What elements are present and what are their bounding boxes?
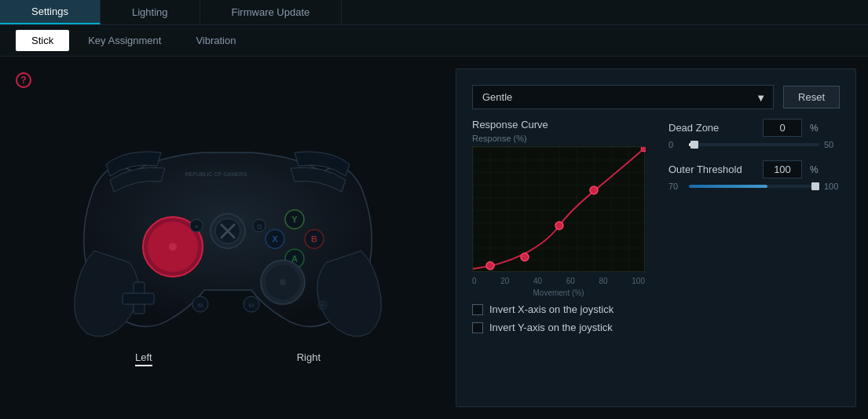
invert-x-checkbox[interactable]: Invert X-axis on the joystick	[472, 303, 653, 315]
subnav-stick[interactable]: Stick	[16, 30, 69, 51]
invert-y-label: Invert Y-axis on the joystick	[489, 322, 613, 333]
svg-point-32	[486, 262, 494, 270]
svg-rect-31	[473, 147, 646, 273]
outer-threshold-fill	[689, 185, 767, 188]
help-icon[interactable]: ?	[16, 72, 31, 88]
svg-text:≡: ≡	[195, 224, 198, 230]
svg-text:M: M	[198, 302, 203, 309]
outer-threshold-track[interactable]	[689, 185, 819, 188]
dead-zone-group: Dead Zone % 0 50	[668, 119, 840, 149]
svg-rect-6	[123, 293, 154, 304]
response-curve-chart[interactable]	[472, 146, 645, 272]
subnav-vibration[interactable]: Vibration	[180, 30, 251, 51]
svg-point-35	[590, 186, 598, 194]
sliders-column: Dead Zone % 0 50	[668, 119, 840, 391]
left-stick-label[interactable]: Left	[135, 351, 152, 366]
nav-firmware[interactable]: Firmware Update	[200, 0, 342, 24]
chart-y-label: Response (%)	[472, 134, 653, 143]
outer-threshold-label: Outer Threshold	[668, 164, 755, 175]
chart-section: Response Curve Response (%)	[472, 119, 653, 297]
top-controls: Gentle Linear Classic Aggressive Custom …	[472, 85, 840, 109]
chart-x-label: Movement (%)	[472, 289, 645, 297]
curve-dropdown-wrapper: Gentle Linear Classic Aggressive Custom …	[472, 85, 774, 109]
outer-threshold-max: 100	[824, 182, 840, 191]
outer-threshold-thumb[interactable]	[811, 182, 819, 190]
controller-image: REPUBLIC OF GAMERS - - - - - - - - - - -…	[63, 109, 393, 345]
svg-text:B: B	[311, 234, 317, 244]
top-navigation: Settings Lighting Firmware Update	[0, 0, 868, 25]
outer-threshold-input[interactable]	[763, 160, 802, 178]
nav-lighting[interactable]: Lighting	[101, 0, 200, 24]
dead-zone-row: Dead Zone %	[668, 119, 840, 137]
dead-zone-label: Dead Zone	[668, 122, 755, 134]
chart-column: Response Curve Response (%)	[472, 119, 653, 391]
dead-zone-max: 50	[824, 140, 840, 149]
invert-y-checkbox[interactable]: Invert Y-axis on the joystick	[472, 322, 653, 333]
svg-point-25	[280, 279, 286, 285]
dead-zone-pct: %	[810, 123, 819, 134]
outer-threshold-group: Outer Threshold % 70 100	[668, 160, 840, 191]
svg-text:REPUBLIC OF GAMERS: REPUBLIC OF GAMERS	[185, 171, 247, 177]
controller-labels: Left Right	[63, 351, 393, 366]
invert-x-checkbox-box[interactable]	[472, 304, 483, 315]
right-panel: Gentle Linear Classic Aggressive Custom …	[456, 68, 856, 407]
chart-x-axis: 0 20 40 60 80 100	[472, 277, 645, 285]
outer-threshold-min: 70	[668, 182, 684, 191]
sub-navigation: Stick Key Assignment Vibration	[0, 25, 868, 57]
controller-area: ? REPUBLIC OF GAMERS - - -	[0, 57, 456, 419]
nav-settings[interactable]: Settings	[0, 0, 101, 24]
chart-title: Response Curve	[472, 119, 653, 130]
right-stick-label[interactable]: Right	[297, 351, 320, 366]
svg-point-33	[521, 253, 529, 261]
svg-point-4	[169, 243, 177, 251]
svg-point-36	[641, 147, 646, 152]
svg-text:⊡: ⊡	[257, 223, 262, 230]
main-content: ? REPUBLIC OF GAMERS - - -	[0, 57, 868, 419]
dead-zone-track[interactable]	[689, 143, 819, 146]
svg-text:X: X	[272, 234, 278, 244]
reset-button[interactable]: Reset	[783, 86, 840, 108]
right-inner: Response Curve Response (%)	[472, 119, 840, 391]
svg-text:Y: Y	[291, 215, 298, 224]
dead-zone-thumb[interactable]	[690, 141, 698, 149]
dead-zone-input[interactable]	[763, 119, 802, 137]
svg-point-34	[555, 222, 563, 230]
svg-text:M: M	[249, 302, 255, 309]
svg-text:- - - - - - - - - - - -: - - - - - - - - - - - -	[202, 178, 230, 183]
outer-threshold-row: Outer Threshold %	[668, 160, 840, 178]
svg-text:⊕: ⊕	[317, 297, 328, 313]
subnav-key-assignment[interactable]: Key Assignment	[72, 30, 177, 51]
curve-dropdown[interactable]: Gentle Linear Classic Aggressive Custom	[472, 85, 774, 109]
outer-threshold-pct: %	[810, 164, 819, 175]
dead-zone-min: 0	[668, 140, 684, 149]
outer-threshold-slider-row: 70 100	[668, 182, 840, 191]
invert-x-label: Invert X-axis on the joystick	[489, 303, 613, 315]
invert-y-checkbox-box[interactable]	[472, 322, 483, 333]
dead-zone-slider-row: 0 50	[668, 140, 840, 149]
